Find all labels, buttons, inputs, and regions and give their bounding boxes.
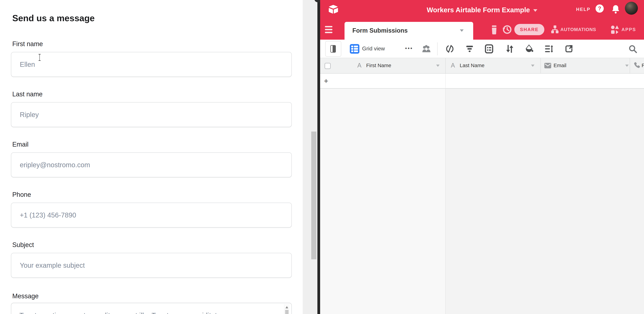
- search-icon[interactable]: [628, 45, 638, 54]
- history-icon[interactable]: [502, 24, 512, 35]
- apps-icon: [610, 25, 620, 35]
- user-avatar[interactable]: [625, 2, 638, 15]
- column-header-first-name[interactable]: First Name: [366, 63, 391, 68]
- view-name[interactable]: Grid view: [362, 46, 385, 52]
- panel-icon: [330, 45, 336, 53]
- filter-icon[interactable]: [466, 45, 474, 53]
- view-sidebar-toggle-button[interactable]: [325, 41, 341, 57]
- trash-icon[interactable]: [490, 25, 498, 35]
- text-cursor-ibeam: [38, 54, 41, 61]
- tab-form-submissions[interactable]: Form Submissions: [344, 22, 473, 40]
- add-record-plus-icon[interactable]: +: [324, 77, 328, 85]
- field-type-phone-icon: [633, 62, 640, 69]
- first-name-input[interactable]: [11, 52, 292, 77]
- grid-view-icon: [350, 44, 359, 54]
- share-view-icon[interactable]: [564, 45, 573, 53]
- column-divider[interactable]: [630, 58, 630, 73]
- add-record-row[interactable]: +: [320, 74, 644, 89]
- table-tab-bar: Form Submissions SHARE AUTOMATIONS: [320, 20, 644, 40]
- column-header-email[interactable]: Email: [554, 63, 566, 68]
- phone-label: Phone: [12, 191, 31, 198]
- tab-caret-icon[interactable]: [460, 29, 464, 32]
- column-divider[interactable]: [540, 58, 541, 73]
- apps-button[interactable]: APPS: [622, 27, 636, 32]
- hide-fields-icon[interactable]: [445, 45, 454, 53]
- column-caret-icon[interactable]: [625, 65, 629, 67]
- message-textarea[interactable]: Tenetur optio quaerat expedita vero et i…: [11, 303, 292, 314]
- sidebar-menu-icon[interactable]: [325, 26, 332, 35]
- tab-label: Form Submissions: [352, 27, 408, 34]
- column-divider[interactable]: [445, 58, 446, 73]
- textarea-scrollbar[interactable]: [284, 304, 290, 314]
- column-caret-icon[interactable]: [531, 65, 534, 67]
- subject-input[interactable]: [11, 253, 292, 278]
- email-label: Email: [12, 141, 28, 148]
- contact-form-pane: Send us a message First name Last name E…: [0, 0, 303, 314]
- message-label: Message: [12, 292, 38, 300]
- share-button-label: SHARE: [520, 27, 539, 32]
- table-body-column-divider: [445, 89, 446, 314]
- collaborators-icon[interactable]: [421, 45, 432, 54]
- form-heading: Send us a message: [12, 13, 95, 23]
- toolbar-separator: [437, 42, 438, 55]
- page-scrollbar-thumb[interactable]: [311, 132, 316, 259]
- column-header-phone[interactable]: Phone: [642, 63, 644, 68]
- select-all-checkbox[interactable]: [324, 63, 331, 69]
- column-header-last-name[interactable]: Last Name: [460, 63, 484, 68]
- notifications-bell-icon[interactable]: [611, 4, 620, 14]
- view-options-ellipsis[interactable]: •••: [405, 46, 413, 51]
- help-button[interactable]: HELP: [576, 7, 590, 12]
- group-icon[interactable]: [484, 44, 494, 54]
- title-caret-icon: [533, 9, 537, 12]
- phone-input[interactable]: [11, 203, 292, 227]
- table-body-primary-area: [320, 89, 445, 314]
- last-name-input[interactable]: [11, 102, 292, 127]
- subject-label: Subject: [12, 241, 34, 248]
- message-text: Tenetur optio quaerat expedita vero et i…: [20, 310, 276, 314]
- base-title-text: Workers Airtable Form Example: [427, 6, 530, 14]
- airtable-pane: Workers Airtable Form Example HELP ? For…: [320, 0, 644, 314]
- base-title[interactable]: Workers Airtable Form Example: [320, 6, 644, 14]
- help-question-icon[interactable]: ?: [596, 5, 604, 13]
- email-input[interactable]: [11, 152, 292, 177]
- field-type-text-icon: A: [451, 62, 455, 69]
- airtable-topbar: Workers Airtable Form Example HELP ?: [320, 0, 644, 20]
- field-type-email-icon: [544, 63, 551, 68]
- field-type-text-icon: A: [357, 62, 362, 69]
- textarea-scroll-thumb[interactable]: [285, 310, 288, 314]
- column-divider: [445, 74, 446, 88]
- window-divider: [318, 0, 320, 314]
- automations-icon: [551, 25, 559, 35]
- last-name-label: Last name: [12, 91, 42, 98]
- sort-icon[interactable]: [505, 44, 514, 54]
- table-header-row: A First Name A Last Name Email Phone: [320, 58, 644, 74]
- scroll-up-arrow-icon[interactable]: [286, 306, 288, 308]
- color-icon[interactable]: [524, 44, 534, 54]
- column-caret-icon[interactable]: [436, 65, 440, 67]
- automations-button[interactable]: AUTOMATIONS: [560, 27, 596, 32]
- share-button[interactable]: SHARE: [514, 24, 544, 35]
- first-name-label: First name: [12, 40, 43, 48]
- view-toolbar: Grid view •••: [320, 40, 644, 58]
- row-height-icon[interactable]: [544, 45, 553, 53]
